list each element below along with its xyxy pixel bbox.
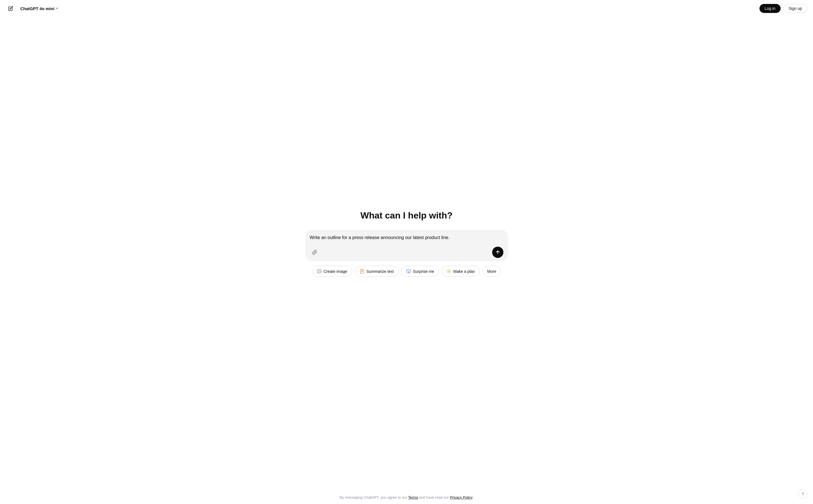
surprise-me-button[interactable]: Surprise me bbox=[401, 266, 439, 277]
make-a-plan-button[interactable]: Make a plan bbox=[442, 266, 480, 277]
send-icon bbox=[495, 250, 500, 255]
login-button[interactable]: Log in bbox=[759, 4, 780, 13]
quick-actions: Create image Summarize text bbox=[312, 266, 501, 277]
signup-button[interactable]: Sign up bbox=[783, 4, 807, 13]
svg-line-14 bbox=[450, 273, 451, 273]
model-name-label: ChatGPT 4o mini bbox=[20, 6, 54, 11]
create-image-label: Create image bbox=[324, 269, 347, 274]
more-label: More bbox=[487, 269, 496, 274]
input-footer bbox=[309, 247, 504, 258]
summarize-text-label: Summarize text bbox=[366, 269, 394, 274]
summarize-text-button[interactable]: Summarize text bbox=[355, 266, 398, 277]
attach-button[interactable] bbox=[309, 247, 320, 257]
edit-icon bbox=[8, 6, 13, 11]
main-content: What can I help with? Write an outline f… bbox=[0, 0, 813, 504]
svg-line-18 bbox=[450, 270, 451, 270]
plan-icon bbox=[447, 269, 451, 274]
footer-text-middle: and have read our bbox=[418, 495, 450, 499]
header-left: ChatGPT 4o mini ▾ bbox=[6, 3, 60, 14]
svg-rect-7 bbox=[406, 269, 411, 272]
model-selector-button[interactable]: ChatGPT 4o mini ▾ bbox=[18, 5, 60, 13]
image-icon bbox=[317, 269, 322, 274]
make-a-plan-label: Make a plan bbox=[453, 269, 475, 274]
chevron-down-icon: ▾ bbox=[56, 6, 58, 10]
svg-rect-3 bbox=[360, 269, 363, 273]
footer-text-prefix: By messaging ChatGPT, you agree to our bbox=[340, 495, 408, 499]
surprise-icon bbox=[406, 269, 411, 274]
terms-link[interactable]: Terms bbox=[408, 495, 418, 499]
help-button[interactable]: ? bbox=[798, 489, 807, 498]
footer-text-suffix: . bbox=[473, 495, 474, 499]
chat-input[interactable]: Write an outline for a press release ann… bbox=[309, 234, 504, 242]
svg-point-2 bbox=[318, 270, 318, 271]
page-title: What can I help with? bbox=[360, 210, 453, 221]
send-button[interactable] bbox=[492, 247, 504, 258]
new-chat-button[interactable] bbox=[6, 3, 16, 14]
more-button[interactable]: More bbox=[483, 266, 501, 277]
privacy-policy-link[interactable]: Privacy Policy bbox=[450, 495, 473, 499]
header-right: Log in Sign up bbox=[759, 4, 807, 13]
paperclip-icon bbox=[312, 249, 317, 255]
footer: By messaging ChatGPT, you agree to our T… bbox=[0, 491, 813, 504]
svg-point-10 bbox=[449, 271, 450, 272]
summarize-icon bbox=[360, 269, 364, 274]
chat-input-container: Write an outline for a press release ann… bbox=[305, 230, 508, 261]
svg-line-13 bbox=[447, 270, 448, 270]
surprise-me-label: Surprise me bbox=[413, 269, 434, 274]
header: ChatGPT 4o mini ▾ Log in Sign up bbox=[0, 0, 813, 17]
create-image-button[interactable]: Create image bbox=[312, 266, 352, 277]
svg-line-17 bbox=[447, 273, 448, 273]
